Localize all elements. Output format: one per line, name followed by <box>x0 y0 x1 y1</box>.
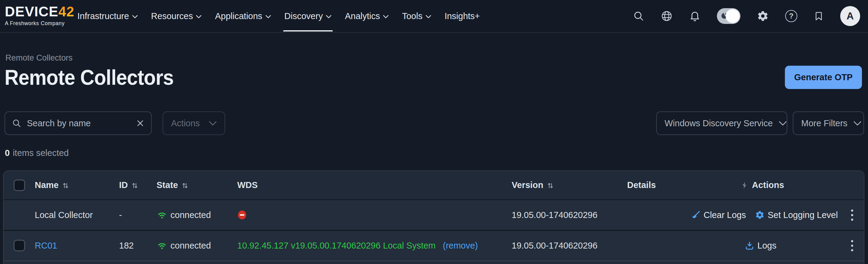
column-label: State <box>157 180 178 190</box>
chevron-down-icon <box>266 15 271 19</box>
wds-status: 10.92.45.127 v19.05.00.1740620296 Local … <box>237 231 478 260</box>
action-label: Set Logging Level <box>768 210 838 220</box>
set-logging-level-button[interactable]: Set Logging Level <box>755 210 838 220</box>
wds-filter-dropdown[interactable]: Windows Discovery Service <box>656 111 787 135</box>
gear-icon[interactable] <box>757 10 769 22</box>
theme-toggle-knob <box>726 9 740 23</box>
collector-name-link[interactable]: RC01 <box>35 241 57 251</box>
theme-toggle[interactable] <box>717 8 740 24</box>
nav-label: Infrastructure <box>78 11 129 21</box>
state-label: connected <box>170 210 211 220</box>
collector-id: - <box>119 200 122 230</box>
logs-download-button[interactable]: Logs <box>745 241 776 251</box>
bookmark-icon[interactable] <box>814 10 824 22</box>
collector-id: 182 <box>119 231 133 260</box>
column-header-name[interactable]: Name <box>35 171 69 199</box>
chevron-down-icon <box>383 15 389 19</box>
generate-otp-button[interactable]: Generate OTP <box>785 66 862 89</box>
device42-remote-collectors-page: DEVICE42 A Freshworks Company Infrastruc… <box>0 0 868 264</box>
column-label: WDS <box>237 180 258 190</box>
nav-item-applications[interactable]: Applications <box>215 0 271 32</box>
column-label: Name <box>35 180 59 190</box>
collectors-table: Name ID State WDS Version Details <box>3 170 864 264</box>
chevron-down-icon <box>209 121 217 126</box>
more-filters-dropdown[interactable]: More Filters <box>793 111 864 135</box>
brand-42: 42 <box>58 4 74 19</box>
action-label: Clear Logs <box>704 210 746 220</box>
collector-state: connected <box>157 231 211 260</box>
row-checkbox[interactable] <box>13 240 25 251</box>
action-label: Logs <box>757 241 776 251</box>
user-avatar[interactable]: A <box>840 6 860 26</box>
wds-remove-link[interactable]: (remove) <box>443 241 478 251</box>
column-label: Details <box>627 180 656 190</box>
row-menu-kebab-icon[interactable] <box>849 238 855 253</box>
chevron-down-icon <box>326 15 332 19</box>
column-header-id[interactable]: ID <box>119 171 139 199</box>
question-mark-icon <box>785 10 797 22</box>
sort-icon[interactable] <box>181 182 189 189</box>
table-row-local-collector: Local Collector - connected 19.05.00-174… <box>4 200 864 230</box>
clear-search-icon[interactable] <box>136 119 145 128</box>
brand-tagline: A Freshworks Company <box>5 20 74 27</box>
state-label: connected <box>170 241 211 251</box>
nav-label: Applications <box>215 11 262 21</box>
help-icon[interactable] <box>785 10 797 22</box>
actions-dropdown[interactable]: Actions <box>163 111 225 135</box>
nav-item-discovery[interactable]: Discovery <box>284 0 332 32</box>
nav-label: Analytics <box>345 11 380 21</box>
breadcrumb[interactable]: Remote Collectors <box>5 53 72 63</box>
more-filters-label: More Filters <box>801 118 847 128</box>
collector-state: connected <box>157 200 211 230</box>
nav-item-analytics[interactable]: Analytics <box>345 0 389 32</box>
nav-divider <box>0 32 868 33</box>
nav-item-resources[interactable]: Resources <box>151 0 202 32</box>
table-row-rc01: RC01 182 connected 10.92.45.127 v19.05.0… <box>4 231 864 260</box>
sort-icon[interactable] <box>547 182 554 189</box>
search-box <box>4 111 152 135</box>
sort-icon[interactable] <box>131 182 139 189</box>
column-label: Actions <box>752 180 784 190</box>
column-header-state[interactable]: State <box>157 171 189 199</box>
search-icon[interactable] <box>633 10 644 22</box>
brush-icon <box>691 210 701 220</box>
items-selected-status: 0items selected <box>5 148 69 158</box>
bell-icon[interactable] <box>689 10 701 22</box>
nav-item-insights[interactable]: Insights+ <box>444 0 480 32</box>
top-nav-tools: A <box>633 0 860 32</box>
column-header-version[interactable]: Version <box>512 171 554 199</box>
selected-count: 0 <box>5 148 10 158</box>
globe-icon[interactable] <box>661 10 673 22</box>
sort-icon[interactable] <box>62 182 69 189</box>
chevron-down-icon <box>196 15 202 19</box>
chevron-down-icon <box>854 121 861 126</box>
wds-status-blocked <box>237 200 247 230</box>
column-header-actions: Actions <box>741 171 784 199</box>
chevron-down-icon <box>132 15 138 19</box>
wds-endpoint-text: 10.92.45.127 v19.05.00.1740620296 Local … <box>237 241 435 251</box>
chevron-down-icon <box>426 15 431 19</box>
gear-icon <box>755 210 765 220</box>
brand-wordmark: DEVICE42 <box>5 4 74 19</box>
download-icon <box>745 241 754 250</box>
wds-filter-label: Windows Discovery Service <box>664 118 773 128</box>
clear-logs-button[interactable]: Clear Logs <box>691 210 746 220</box>
avatar-letter: A <box>846 10 854 22</box>
column-label: ID <box>119 180 128 190</box>
search-input[interactable] <box>27 118 130 128</box>
brand-logo[interactable]: DEVICE42 A Freshworks Company <box>5 4 74 27</box>
wifi-connected-icon <box>157 241 167 250</box>
column-header-wds: WDS <box>237 171 258 199</box>
wifi-connected-icon <box>157 210 167 220</box>
page-title: Remote Collectors <box>4 65 174 89</box>
column-header-details: Details <box>627 171 656 199</box>
row-menu-kebab-icon[interactable] <box>849 208 855 222</box>
top-nav: DEVICE42 A Freshworks Company Infrastruc… <box>0 0 868 32</box>
search-icon <box>12 118 22 128</box>
main-nav: Infrastructure Resources Applications Di… <box>78 0 480 32</box>
nav-item-infrastructure[interactable]: Infrastructure <box>78 0 138 32</box>
nav-label: Resources <box>151 11 193 21</box>
select-all-checkbox[interactable] <box>13 180 25 191</box>
next-row-partial <box>4 261 864 264</box>
nav-item-tools[interactable]: Tools <box>402 0 431 32</box>
